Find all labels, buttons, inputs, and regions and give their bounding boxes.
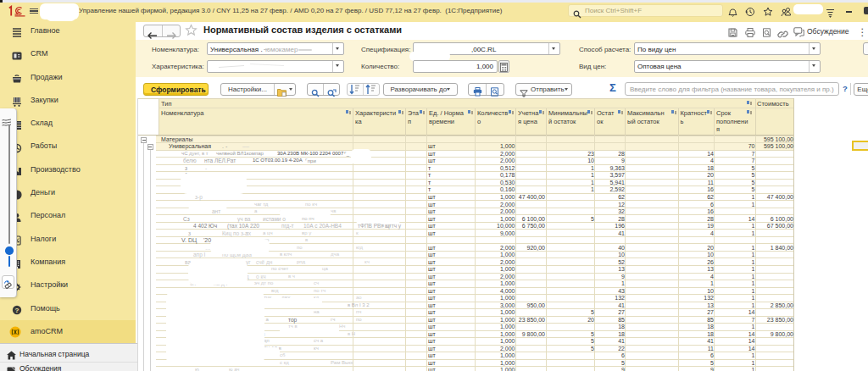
svg-text:?: ? — [15, 307, 19, 314]
